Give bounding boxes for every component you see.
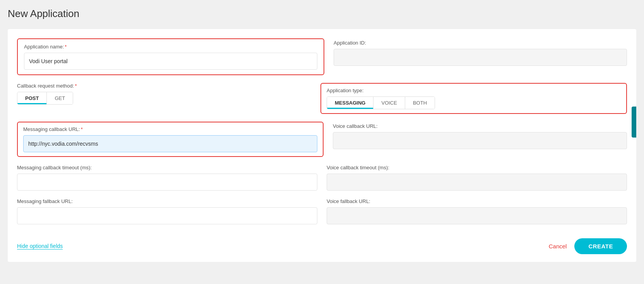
- app-type-section: Application type: MESSAGING VOICE BOTH: [320, 83, 627, 114]
- footer-actions: Cancel CREATE: [549, 238, 627, 254]
- hide-optional-link[interactable]: Hide optional fields: [17, 243, 63, 250]
- messaging-url-row: Messaging callback URL:* Voice callback …: [17, 122, 627, 157]
- callback-method-toggle: POST GET: [17, 92, 73, 105]
- messaging-timeout-section: Messaging callback timeout (ms):: [17, 165, 317, 191]
- app-id-section: Application ID:: [334, 38, 627, 75]
- form-footer: Hide optional fields Cancel CREATE: [17, 232, 627, 262]
- app-name-label: Application name:*: [24, 44, 317, 50]
- messaging-url-input[interactable]: [23, 135, 317, 152]
- voice-timeout-input[interactable]: [327, 174, 627, 191]
- voice-fallback-section: Voice fallback URL:: [327, 198, 627, 224]
- get-button[interactable]: GET: [47, 92, 73, 104]
- messaging-url-label: Messaging callback URL:*: [23, 126, 317, 132]
- fallback-row: Messaging fallback URL: Voice fallback U…: [17, 198, 627, 224]
- messaging-fallback-input[interactable]: [17, 207, 317, 224]
- form-container: Application name:* Application ID: Callb…: [8, 29, 636, 262]
- voice-timeout-section: Voice callback timeout (ms):: [327, 165, 627, 191]
- page-title: New Application: [8, 8, 636, 20]
- messaging-fallback-section: Messaging fallback URL:: [17, 198, 317, 224]
- voice-timeout-label: Voice callback timeout (ms):: [327, 165, 627, 170]
- page-container: New Application Application name:* Appli…: [0, 0, 644, 284]
- app-name-input[interactable]: [24, 53, 317, 70]
- messaging-timeout-input[interactable]: [17, 174, 317, 191]
- app-type-toggle: MESSAGING VOICE BOTH: [327, 96, 435, 109]
- voice-url-input[interactable]: [333, 132, 627, 149]
- voice-url-section: Voice callback URL:: [333, 122, 627, 157]
- app-id-label: Application ID:: [334, 40, 627, 46]
- messaging-fallback-label: Messaging fallback URL:: [17, 198, 317, 204]
- messaging-url-section: Messaging callback URL:*: [17, 122, 324, 157]
- top-row: Application name:* Application ID:: [17, 38, 627, 75]
- cancel-button[interactable]: Cancel: [549, 243, 567, 250]
- app-type-label: Application type:: [327, 88, 621, 93]
- voice-fallback-input[interactable]: [327, 207, 627, 224]
- timeout-row: Messaging callback timeout (ms): Voice c…: [17, 165, 627, 191]
- voice-fallback-label: Voice fallback URL:: [327, 198, 627, 204]
- create-button[interactable]: CREATE: [574, 238, 627, 254]
- right-panel-accent: [632, 107, 636, 138]
- messaging-timeout-label: Messaging callback timeout (ms):: [17, 165, 317, 170]
- voice-url-label: Voice callback URL:: [333, 123, 627, 129]
- callback-method-row: Callback request method:* POST GET Appli…: [17, 83, 627, 114]
- app-name-section: Application name:*: [17, 38, 324, 75]
- messaging-button[interactable]: MESSAGING: [327, 97, 373, 109]
- app-id-input[interactable]: [334, 49, 627, 66]
- callback-method-label: Callback request method:*: [17, 83, 311, 89]
- callback-method-section: Callback request method:* POST GET: [17, 83, 311, 105]
- post-button[interactable]: POST: [17, 92, 47, 104]
- both-button[interactable]: BOTH: [405, 97, 435, 109]
- voice-button[interactable]: VOICE: [373, 97, 405, 109]
